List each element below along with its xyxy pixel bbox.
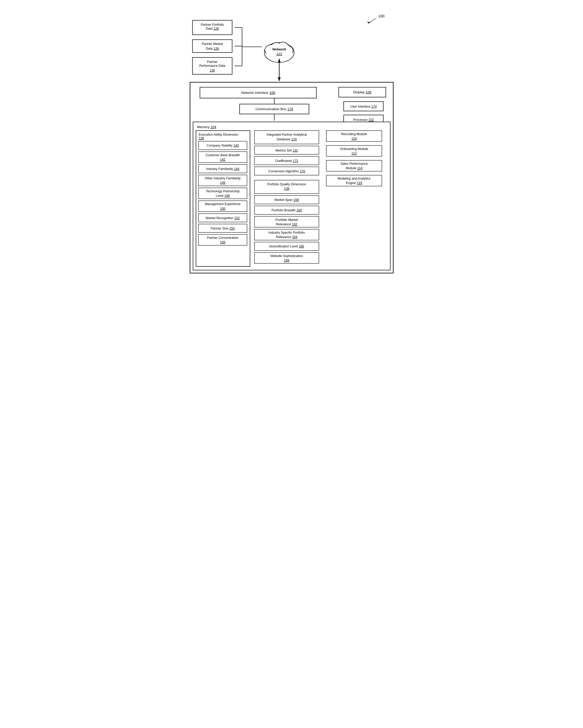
memory-label: Memory 104 bbox=[197, 125, 216, 129]
svg-text:Metrics Set 132: Metrics Set 132 bbox=[275, 149, 298, 152]
svg-text:150: 150 bbox=[220, 207, 225, 210]
svg-text:Processor 102: Processor 102 bbox=[353, 118, 374, 122]
svg-text:Data 126: Data 126 bbox=[206, 27, 219, 30]
svg-text:Engine 116: Engine 116 bbox=[346, 181, 362, 185]
svg-text:Sales Performance: Sales Performance bbox=[340, 162, 367, 165]
svg-text:Portfolio Breadth 160: Portfolio Breadth 160 bbox=[271, 208, 302, 212]
svg-text:Partner: Partner bbox=[207, 60, 218, 64]
svg-text:User Interface 174: User Interface 174 bbox=[350, 105, 377, 108]
svg-text:Industry Specific Portfolio: Industry Specific Portfolio bbox=[269, 231, 305, 234]
svg-text:Company Stability 140: Company Stability 140 bbox=[207, 144, 239, 147]
ref-100-label: 100 bbox=[378, 14, 384, 18]
svg-text:Website Sophistication: Website Sophistication bbox=[270, 254, 303, 258]
svg-text:Performance Data: Performance Data bbox=[199, 64, 225, 68]
svg-text:Display 106: Display 106 bbox=[353, 90, 371, 94]
svg-text:Market Recognition 152: Market Recognition 152 bbox=[206, 216, 239, 220]
patent-diagram: 100 Partner Portfolio Data 126 Partner M… bbox=[185, 10, 398, 278]
svg-text:146: 146 bbox=[220, 181, 225, 185]
svg-text:Communication Bus 176: Communication Bus 176 bbox=[255, 107, 293, 111]
svg-text:Market Span 158: Market Span 158 bbox=[274, 198, 299, 202]
svg-text:Portfolio Market: Portfolio Market bbox=[275, 218, 298, 222]
svg-text:Network: Network bbox=[272, 47, 286, 51]
svg-text:Technology Partnership: Technology Partnership bbox=[206, 189, 239, 193]
svg-text:Modeling and Analytics: Modeling and Analytics bbox=[337, 177, 371, 180]
svg-text:Conversion Algorithm 170: Conversion Algorithm 170 bbox=[268, 170, 305, 173]
partner-portfolio-label: Partner Portfolio bbox=[201, 23, 224, 27]
svg-text:Network Interface 108: Network Interface 108 bbox=[241, 91, 275, 95]
svg-text:112: 112 bbox=[351, 152, 357, 155]
svg-text:Diversification Level 166: Diversification Level 166 bbox=[269, 244, 304, 248]
svg-text:Relevance 164: Relevance 164 bbox=[276, 235, 297, 239]
svg-text:Level 148: Level 148 bbox=[216, 194, 230, 198]
svg-text:Onboarding Module: Onboarding Module bbox=[340, 147, 368, 151]
svg-text:142: 142 bbox=[220, 158, 225, 161]
svg-text:Integrated Partner Analytical: Integrated Partner Analytical bbox=[267, 133, 307, 136]
partner-market-box bbox=[192, 40, 232, 53]
svg-text:Portfolio Quality Dimension: Portfolio Quality Dimension bbox=[267, 182, 306, 186]
svg-text:Coefficients 172: Coefficients 172 bbox=[275, 159, 298, 163]
svg-text:Partner Market: Partner Market bbox=[201, 42, 223, 46]
arrow-down-head bbox=[278, 77, 280, 81]
svg-text:Database 124: Database 124 bbox=[277, 137, 297, 141]
svg-text:Module 114: Module 114 bbox=[346, 166, 362, 170]
svg-text:130: 130 bbox=[209, 69, 215, 72]
svg-marker-1 bbox=[367, 22, 370, 23]
svg-text:Execution Ability Dimension: Execution Ability Dimension bbox=[199, 133, 238, 136]
diagram-container: 100 Partner Portfolio Data 126 Partner M… bbox=[185, 10, 398, 279]
svg-text:Partner Size 154: Partner Size 154 bbox=[210, 227, 234, 230]
svg-text:Relevance 162: Relevance 162 bbox=[276, 223, 297, 226]
svg-text:Industry Familiarity 144: Industry Familiarity 144 bbox=[206, 167, 239, 171]
svg-text:Management Experience: Management Experience bbox=[205, 202, 241, 206]
svg-text:Recruiting Module: Recruiting Module bbox=[341, 132, 367, 136]
svg-text:168: 168 bbox=[284, 259, 289, 262]
svg-text:138: 138 bbox=[284, 187, 289, 190]
svg-text:Customer Base Breadth: Customer Base Breadth bbox=[205, 153, 239, 157]
svg-text:Partner Concentration: Partner Concentration bbox=[207, 236, 238, 240]
svg-text:156: 156 bbox=[220, 240, 225, 244]
svg-text:Data 128: Data 128 bbox=[206, 47, 219, 50]
svg-text:136: 136 bbox=[199, 136, 204, 140]
svg-text:110: 110 bbox=[351, 137, 357, 140]
svg-text:Other Industry Familiarity: Other Industry Familiarity bbox=[205, 177, 241, 180]
svg-text:122: 122 bbox=[276, 52, 282, 56]
